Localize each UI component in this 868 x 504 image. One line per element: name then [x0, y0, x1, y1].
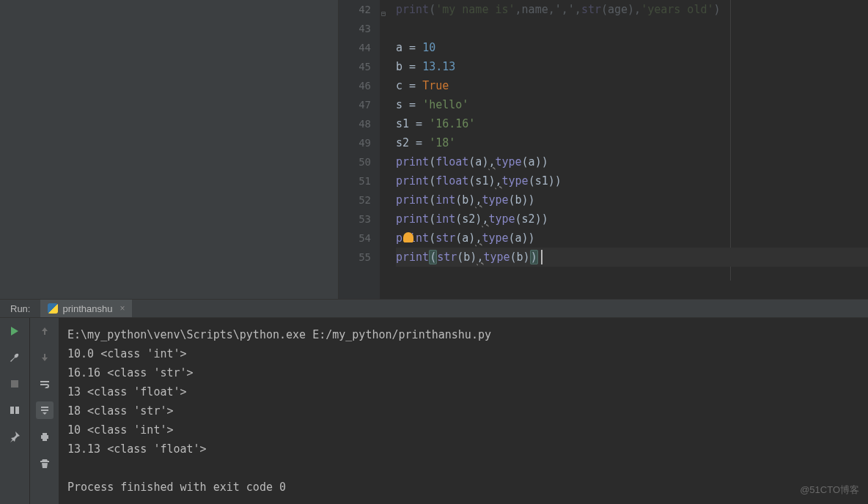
- svg-rect-3: [15, 407, 19, 414]
- run-body: E:\my_python\venv\Scripts\python.exe E:/…: [0, 318, 868, 504]
- trash-icon[interactable]: [36, 454, 54, 472]
- watermark: @51CTO博客: [800, 483, 859, 497]
- wrench-icon[interactable]: [6, 349, 23, 366]
- project-panel[interactable]: [0, 0, 339, 299]
- intention-bulb-icon[interactable]: [403, 232, 413, 242]
- close-icon[interactable]: ×: [119, 303, 125, 314]
- console-output[interactable]: E:\my_python\venv\Scripts\python.exe E:/…: [59, 318, 868, 504]
- run-tab-printhanshu[interactable]: printhanshu ×: [40, 300, 132, 317]
- svg-rect-1: [11, 380, 18, 388]
- svg-rect-2: [10, 407, 14, 414]
- line-number-gutter[interactable]: 42⊟43444546474849505152535455: [339, 0, 380, 299]
- svg-rect-4: [41, 435, 48, 439]
- svg-rect-6: [43, 439, 47, 441]
- soft-wrap-icon[interactable]: [36, 375, 54, 393]
- code-editor[interactable]: 42⊟43444546474849505152535455 print('my …: [339, 0, 868, 299]
- print-icon[interactable]: [36, 428, 54, 445]
- rerun-button[interactable]: [6, 322, 23, 340]
- run-tab-bar: Run: printhanshu ×: [0, 300, 868, 318]
- run-toolbar-inner: [29, 318, 59, 504]
- editor-area: 42⊟43444546474849505152535455 print('my …: [0, 0, 868, 299]
- arrow-up-icon[interactable]: [36, 322, 54, 340]
- scroll-to-end-icon[interactable]: [36, 401, 54, 419]
- run-panel-label: Run:: [0, 303, 40, 314]
- svg-rect-5: [43, 433, 47, 435]
- stop-button[interactable]: [6, 375, 23, 393]
- run-tab-title: printhanshu: [62, 303, 112, 314]
- run-panel: Run: printhanshu ×: [0, 299, 868, 504]
- layout-icon[interactable]: [6, 401, 23, 419]
- code-content[interactable]: print('my name is',name,',',str(age),'ye…: [380, 0, 868, 299]
- run-toolbar-outer: [0, 318, 29, 504]
- arrow-down-icon[interactable]: [36, 349, 54, 366]
- pin-icon[interactable]: [6, 428, 23, 445]
- svg-marker-0: [11, 327, 18, 336]
- python-icon: [48, 303, 58, 314]
